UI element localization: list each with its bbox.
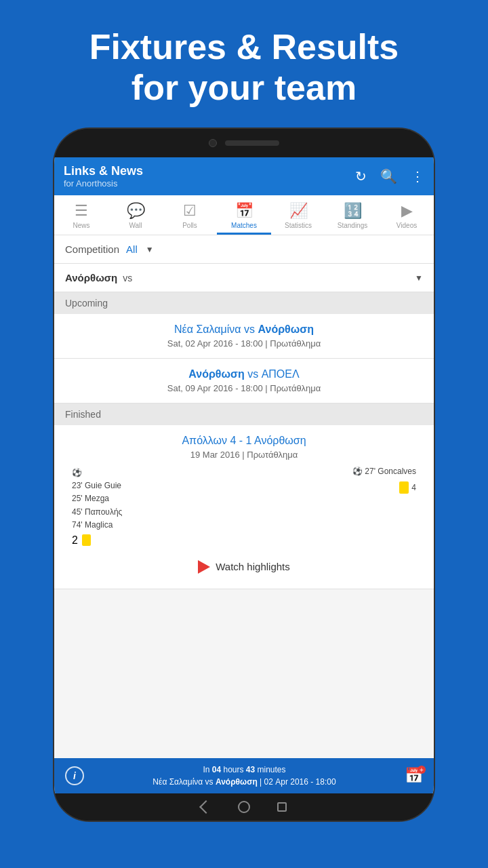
app-header: Links & News for Anorthosis ↻ 🔍 ⋮ (54, 157, 434, 195)
polls-icon: ☑ (183, 202, 197, 220)
goal-1: 23' Guie Guie (72, 479, 122, 492)
fin-team2: 1 Ανόρθωση (246, 435, 306, 446)
camera (209, 139, 217, 147)
filter-label: Competition (65, 243, 119, 255)
goal-3: 45' Παπουλής (72, 506, 122, 519)
opponent-label: Ανόρθωση (65, 272, 117, 283)
finished-match-date: 19 Mar 2016 | Πρωτάθλημα (65, 450, 423, 460)
tab-news[interactable]: ☰ News (54, 195, 108, 235)
matches-icon: 📅 (235, 202, 253, 220)
recent-apps-button[interactable] (277, 802, 287, 812)
opponent-vs: vs (123, 273, 132, 283)
upcoming-label: Upcoming (65, 298, 108, 309)
fin-team1: Απόλλων 4 - (182, 435, 245, 446)
app-subtitle: for Anorthosis (64, 178, 143, 189)
finished-match-title: Απόλλων 4 - 1 Ανόρθωση (65, 435, 423, 447)
yellow-card-left (82, 534, 91, 546)
filter-value: All (126, 243, 138, 255)
tab-matches-label: Matches (231, 222, 257, 229)
phone-bottom-nav (54, 793, 434, 821)
tab-videos[interactable]: ▶ Videos (380, 195, 434, 235)
opponent-filter[interactable]: Ανόρθωση vs ▼ (54, 264, 434, 292)
tab-polls-label: Polls (182, 222, 197, 229)
play-icon (198, 560, 210, 574)
app-title: Links & News (64, 164, 143, 178)
goals-right: ⚽ 27' Goncalves 4 (352, 467, 416, 494)
hero-section: Fixtures & Results for your team (0, 0, 488, 129)
watch-highlights-btn[interactable]: Watch highlights (65, 555, 423, 579)
match-2-title: Ανόρθωση vs ΑΠΟΕΛ (65, 368, 423, 380)
match-2-date: Sat, 09 Apr 2016 - 18:00 | Πρωτάθλημα (65, 383, 423, 393)
refresh-icon[interactable]: ↻ (355, 168, 367, 184)
videos-icon: ▶ (401, 202, 413, 220)
soccer-ball-left: ⚽ (72, 468, 82, 477)
match-2-team2: ΑΠΟΕΛ (262, 368, 300, 380)
app-header-icons: ↻ 🔍 ⋮ (355, 168, 424, 184)
match-1-team1: Νέα Σαλαμίνα (174, 323, 241, 335)
opponent-dropdown-arrow: ▼ (415, 273, 423, 283)
goals-row: ⚽ 23' Guie Guie 25' Mezga 45' Παπουλής 7… (65, 467, 423, 532)
tab-statistics-label: Statistics (285, 222, 312, 229)
match-1-title: Νέα Σαλαμίνα vs Ανόρθωση (65, 323, 423, 336)
upcoming-section-header: Upcoming (54, 292, 434, 314)
match-1-team2: Ανόρθωση (258, 323, 314, 335)
tab-polls[interactable]: ☑ Polls (163, 195, 217, 235)
finished-label: Finished (65, 409, 101, 420)
content-area: Competition All ▼ Ανόρθωση vs ▼ Upcoming… (54, 235, 434, 758)
tab-wall-label: Wall (129, 222, 142, 229)
countdown-minutes: 43 (246, 765, 255, 774)
countdown-hours: 04 (212, 765, 221, 774)
competition-filter[interactable]: Competition All ▼ (54, 235, 434, 264)
back-button[interactable] (199, 800, 213, 814)
finished-section-header: Finished (54, 403, 434, 425)
yellow-count-left: 2 (72, 534, 78, 547)
tab-statistics[interactable]: 📈 Statistics (271, 195, 325, 235)
finished-match-1[interactable]: Απόλλων 4 - 1 Ανόρθωση 19 Mar 2016 | Πρω… (54, 425, 434, 589)
tab-matches[interactable]: 📅 Matches (217, 195, 271, 235)
wall-icon: 💬 (127, 202, 145, 220)
bottom-countdown-text: In 04 hours 43 minutes Νέα Σαλαμίνα vs Α… (152, 764, 336, 788)
search-icon[interactable]: 🔍 (380, 168, 397, 184)
phone-frame: Links & News for Anorthosis ↻ 🔍 ⋮ ☰ News… (54, 129, 434, 821)
goal-2: 25' Mezga (72, 492, 122, 505)
tab-standings[interactable]: 🔢 Standings (325, 195, 380, 235)
statistics-icon: 📈 (289, 202, 308, 220)
match-1-date: Sat, 02 Apr 2016 - 18:00 | Πρωτάθλημα (65, 338, 423, 349)
more-icon[interactable]: ⋮ (411, 168, 424, 184)
match-2-team1: Ανόρθωση (188, 368, 244, 380)
tab-standings-label: Standings (338, 222, 367, 229)
filter-dropdown-arrow: ▼ (146, 245, 154, 254)
tab-news-label: News (73, 222, 89, 229)
match-1-vs: vs (244, 323, 258, 335)
tabs-bar: ☰ News 💬 Wall ☑ Polls 📅 Matches 📈 Statis… (54, 195, 434, 235)
tab-wall[interactable]: 💬 Wall (108, 195, 163, 235)
standings-icon: 🔢 (344, 202, 362, 220)
bottom-bar: i In 04 hours 43 minutes Νέα Σαλαμίνα vs… (54, 758, 434, 793)
speaker (225, 140, 279, 146)
phone-screen: Links & News for Anorthosis ↻ 🔍 ⋮ ☰ News… (54, 157, 434, 793)
tab-videos-label: Videos (396, 222, 417, 229)
home-button[interactable] (238, 801, 250, 813)
soccer-ball-right: ⚽ (352, 467, 363, 476)
bottom-match-info: Νέα Σαλαμίνα vs Ανόρθωση | 02 Apr 2016 -… (152, 776, 336, 788)
phone-top-bar (54, 129, 434, 157)
upcoming-match-2[interactable]: Ανόρθωση vs ΑΠΟΕΛ Sat, 09 Apr 2016 - 18:… (54, 359, 434, 403)
upcoming-match-1[interactable]: Νέα Σαλαμίνα vs Ανόρθωση Sat, 02 Apr 201… (54, 314, 434, 359)
plus-badge: + (418, 766, 426, 774)
calendar-add-icon[interactable]: 📅 + (405, 767, 423, 785)
info-icon[interactable]: i (65, 766, 84, 785)
yellow-card-count-right: 4 (411, 483, 416, 492)
match-2-vs: vs (247, 368, 261, 380)
goal-4: 74' Maglica (72, 519, 122, 532)
goals-left: ⚽ 23' Guie Guie 25' Mezga 45' Παπουλής 7… (72, 467, 122, 532)
app-title-block: Links & News for Anorthosis (64, 164, 143, 189)
hero-line2: for your team (131, 68, 357, 107)
hero-line1: Fixtures & Results (89, 27, 399, 66)
yellow-card-right (399, 481, 409, 494)
watch-highlights-label: Watch highlights (216, 561, 290, 572)
score-row-left: 2 (65, 534, 423, 547)
news-icon: ☰ (75, 202, 88, 220)
goal-right-1: ⚽ 27' Goncalves (352, 467, 416, 476)
